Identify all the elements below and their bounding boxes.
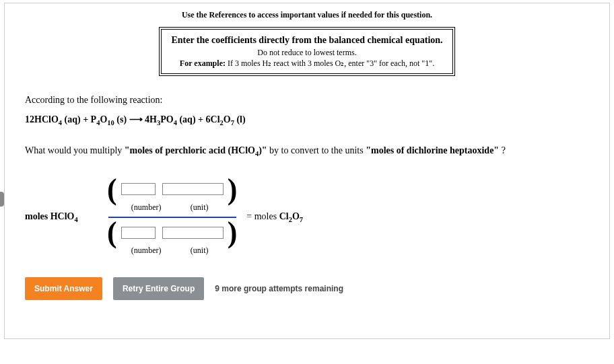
numerator-unit-label: (unit) xyxy=(170,203,230,213)
denominator-row: ( ) xyxy=(106,221,238,244)
question-text: What would you multiply "moles of perchl… xyxy=(25,145,589,157)
submit-answer-button[interactable]: Submit Answer xyxy=(25,277,102,300)
hint-example-prefix: For example: xyxy=(180,59,226,68)
attempts-remaining: 9 more group attempts remaining xyxy=(215,284,343,293)
denominator-number-input[interactable] xyxy=(121,227,156,239)
rhs-prefix: = moles xyxy=(246,211,279,221)
rhs-label: = moles Cl2O7 xyxy=(246,211,303,223)
fraction-bar xyxy=(108,217,236,218)
chemical-equation: 12HClO4 (aq) + P4O10 (s) ⟶ 4H3PO4 (aq) +… xyxy=(25,114,589,126)
right-paren-icon: ) xyxy=(226,221,239,244)
hint-box: Enter the coefficients directly from the… xyxy=(159,27,454,76)
numerator-unit-input[interactable] xyxy=(162,183,224,195)
conversion-row: moles HClO4 ( ) (number) (unit) ( xyxy=(25,178,589,257)
right-paren-icon: ) xyxy=(226,178,239,201)
hint-line-1: Enter the coefficients directly from the… xyxy=(171,34,442,47)
rhs-formula: Cl2O7 xyxy=(279,211,303,221)
left-paren-icon: ( xyxy=(106,178,118,201)
question-post: ? xyxy=(499,145,506,155)
references-note: Use the References to access important v… xyxy=(25,10,589,20)
hint-line-3: For example: If 3 moles H₂ react with 3 … xyxy=(171,58,442,69)
fraction-block: ( ) (number) (unit) ( ) xyxy=(106,178,238,257)
denominator-number-label: (number) xyxy=(130,246,163,256)
denominator-unit-input[interactable] xyxy=(162,227,224,239)
numerator-number-input[interactable] xyxy=(121,183,156,195)
question-mid: by to convert to the units xyxy=(267,145,366,155)
question-pre: What would you multiply xyxy=(25,145,125,155)
numerator-row: ( ) xyxy=(106,178,238,201)
hint-example-rest: If 3 moles H₂ react with 3 moles O₂, ent… xyxy=(226,59,434,68)
button-row: Submit Answer Retry Entire Group 9 more … xyxy=(25,277,589,300)
retry-group-button[interactable]: Retry Entire Group xyxy=(113,277,204,300)
numerator-labels: (number) (unit) xyxy=(115,203,230,213)
question-species-1: "moles of perchloric acid (HClO4)" xyxy=(125,145,267,155)
question-panel: Use the References to access important v… xyxy=(4,3,610,339)
denominator-unit-label: (unit) xyxy=(170,246,230,256)
prev-page-stub[interactable] xyxy=(0,192,4,207)
numerator-number-label: (number) xyxy=(130,203,163,213)
hint-line-2: Do not reduce to lowest terms. xyxy=(171,47,442,59)
question-species-2: "moles of dichlorine heptaoxide" xyxy=(366,145,499,155)
left-paren-icon: ( xyxy=(106,221,118,244)
intro-text: According to the following reaction: xyxy=(25,95,589,106)
lhs-label: moles HClO4 xyxy=(25,211,106,223)
denominator-labels: (number) (unit) xyxy=(115,246,230,256)
